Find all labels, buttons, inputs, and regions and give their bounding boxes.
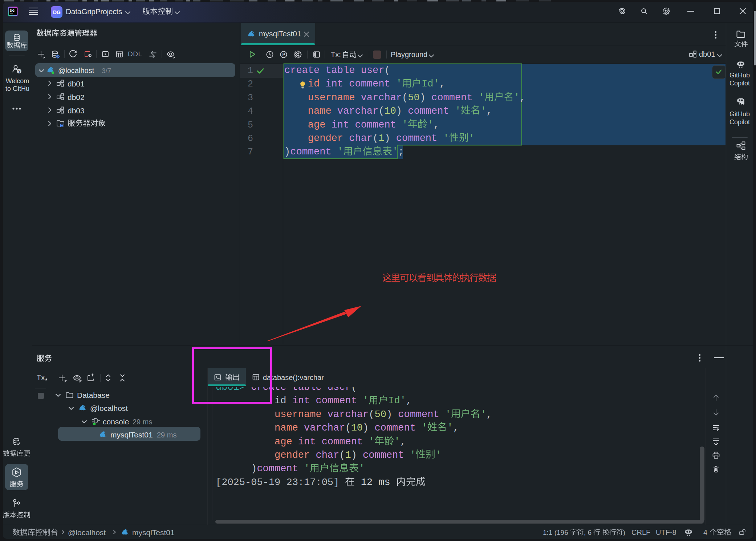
svg-text:DG: DG [53,9,61,15]
svg-text:?: ? [18,69,20,73]
svg-text:DG: DG [10,9,15,12]
svg-text:P: P [283,52,285,57]
